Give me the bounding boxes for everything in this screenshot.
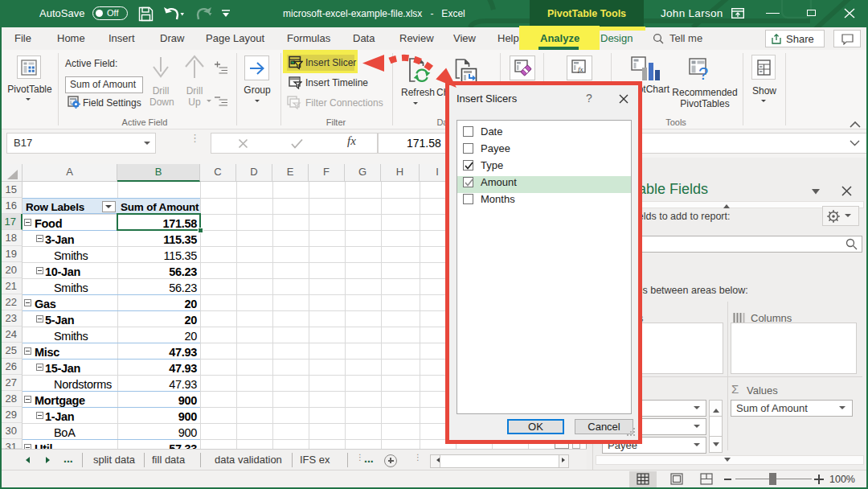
svg-text:?: ? [698, 64, 708, 82]
svg-text:fx: fx [578, 65, 583, 73]
